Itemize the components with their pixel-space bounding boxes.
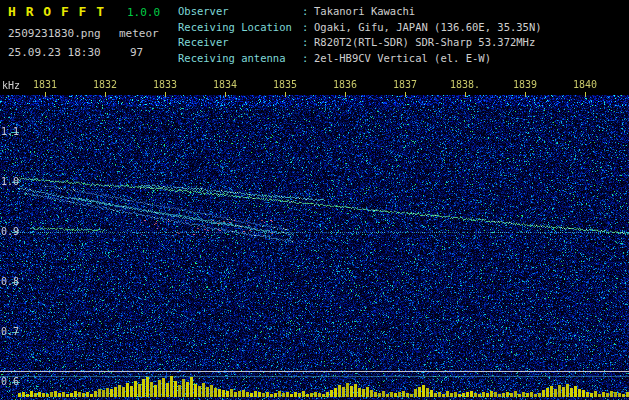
time-tick-label: 1836 — [328, 79, 362, 90]
hrofft-screen: H R O F F T 1.0.0 2509231830.png meteor … — [0, 0, 629, 400]
time-tick-label: 1839 — [508, 79, 542, 90]
time-tick-label: 1837 — [388, 79, 422, 90]
datetime-label: 25.09.23 18:30 — [8, 46, 101, 59]
info-separator: : — [302, 35, 314, 51]
echo-count: 97 — [130, 46, 143, 59]
time-tick-label: 1840 — [568, 79, 602, 90]
info-separator: : — [302, 20, 314, 36]
info-label: Observer — [178, 4, 302, 20]
app-version: 1.0.0 — [127, 6, 160, 19]
info-value: R820T2(RTL-SDR) SDR-Sharp 53.372MHz — [314, 35, 535, 51]
mode-label: meteor — [119, 27, 159, 40]
y-tick-label: 0.9 — [1, 226, 19, 237]
info-label: Receiver — [178, 35, 302, 51]
time-tick-label: 1832 — [88, 79, 122, 90]
info-row-location: Receiving Location : Ogaki, Gifu, JAPAN … — [178, 20, 542, 36]
y-tick-label: 0.8 — [1, 276, 19, 287]
time-tick-label: 1835 — [268, 79, 302, 90]
time-tick-label: 1833 — [148, 79, 182, 90]
info-row-antenna: Receiving antenna : 2el-HB9CV Vertical (… — [178, 51, 542, 67]
time-tick-label: 1834 — [208, 79, 242, 90]
header: H R O F F T 1.0.0 2509231830.png meteor … — [0, 0, 629, 70]
info-value: 2el-HB9CV Vertical (el. E-W) — [314, 51, 491, 67]
output-filename: 2509231830.png — [8, 27, 101, 40]
info-separator: : — [302, 51, 314, 67]
info-value: Takanori Kawachi — [314, 4, 415, 20]
info-separator: : — [302, 4, 314, 20]
time-tick-label: 1838. — [448, 79, 482, 90]
spectrogram-canvas — [0, 70, 629, 400]
y-tick-label: 0.6 — [1, 376, 19, 387]
app-title: H R O F F T — [8, 4, 105, 19]
info-value: Ogaki, Gifu, JAPAN (136.60E, 35.35N) — [314, 20, 542, 36]
info-row-receiver: Receiver : R820T2(RTL-SDR) SDR-Sharp 53.… — [178, 35, 542, 51]
time-tick-label: 1831 — [28, 79, 62, 90]
info-row-observer: Observer : Takanori Kawachi — [178, 4, 542, 20]
spectrogram-plot: kHz 1.1 1.0 0.9 0.8 0.7 0.6 1831 1832 18… — [0, 70, 629, 400]
y-tick-label: 1.0 — [1, 176, 19, 187]
y-tick-label: 1.1 — [1, 126, 19, 137]
station-info: Observer : Takanori Kawachi Receiving Lo… — [178, 4, 542, 66]
y-tick-label: 0.7 — [1, 326, 19, 337]
info-label: Receiving Location — [178, 20, 302, 36]
y-axis-unit-label: kHz — [2, 80, 20, 91]
info-label: Receiving antenna — [178, 51, 302, 67]
